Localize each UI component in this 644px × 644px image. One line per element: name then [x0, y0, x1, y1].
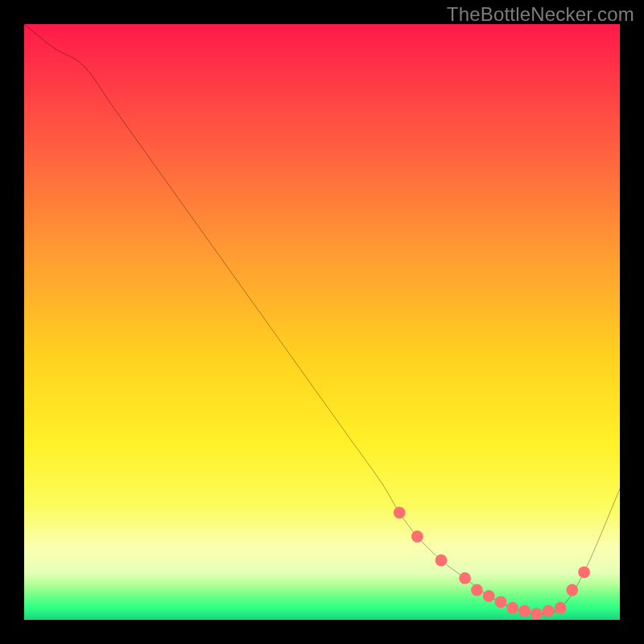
hotspot-dot [436, 555, 448, 567]
hotspot-dot [578, 566, 590, 578]
hotspot-dot [566, 584, 578, 597]
hotspot-markers [394, 506, 590, 620]
hotspot-dot [459, 572, 471, 584]
hotspot-dot [495, 596, 507, 608]
hotspot-dot [518, 605, 530, 617]
hotspot-dot [411, 530, 423, 543]
chart-frame: TheBottleNecker.com [0, 0, 644, 644]
hotspot-dot [483, 590, 495, 602]
hotspot-dot [555, 602, 567, 614]
plot-area [24, 24, 620, 620]
hotspot-dot [506, 602, 518, 614]
curve-layer [24, 24, 620, 620]
hotspot-dot [530, 608, 543, 620]
hotspot-dot [543, 605, 555, 617]
watermark-text: TheBottleNecker.com [447, 3, 634, 26]
hotspot-dot [394, 506, 406, 518]
bottleneck-curve [24, 24, 620, 614]
hotspot-dot [471, 584, 483, 597]
